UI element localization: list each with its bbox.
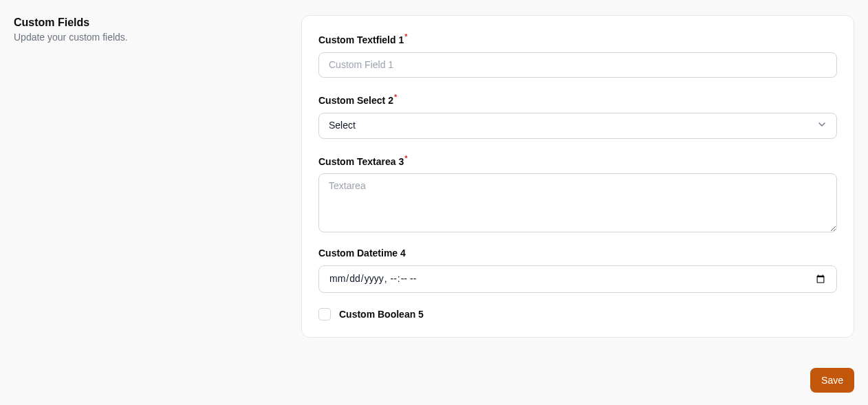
custom-boolean-5-row: Custom Boolean 5	[318, 308, 837, 320]
custom-select-2-input[interactable]: Select	[318, 113, 837, 139]
required-star: *	[404, 32, 407, 41]
page-subtitle: Update your custom fields.	[14, 32, 282, 43]
custom-fields-card: Custom Textfield 1* Custom Select 2* Sel…	[301, 15, 854, 338]
label-text: Custom Select 2	[318, 95, 393, 106]
custom-datetime-4-input[interactable]	[318, 265, 837, 293]
label-text: Custom Datetime 4	[318, 248, 406, 259]
label-text: Custom Textfield 1	[318, 34, 404, 45]
page-title: Custom Fields	[14, 17, 282, 29]
custom-textfield-1-label: Custom Textfield 1*	[318, 32, 837, 45]
custom-select-2-label: Custom Select 2*	[318, 93, 837, 106]
custom-textarea-3-label: Custom Textarea 3*	[318, 154, 837, 167]
required-star: *	[394, 93, 397, 101]
label-text: Custom Textarea 3	[318, 155, 404, 166]
required-star: *	[404, 154, 407, 162]
save-button[interactable]: Save	[810, 368, 854, 393]
custom-boolean-5-checkbox[interactable]	[318, 308, 331, 320]
custom-datetime-4-label: Custom Datetime 4	[318, 248, 837, 259]
custom-textarea-3-input[interactable]	[318, 173, 837, 232]
custom-boolean-5-label[interactable]: Custom Boolean 5	[339, 309, 424, 320]
custom-textfield-1-input[interactable]	[318, 52, 837, 78]
